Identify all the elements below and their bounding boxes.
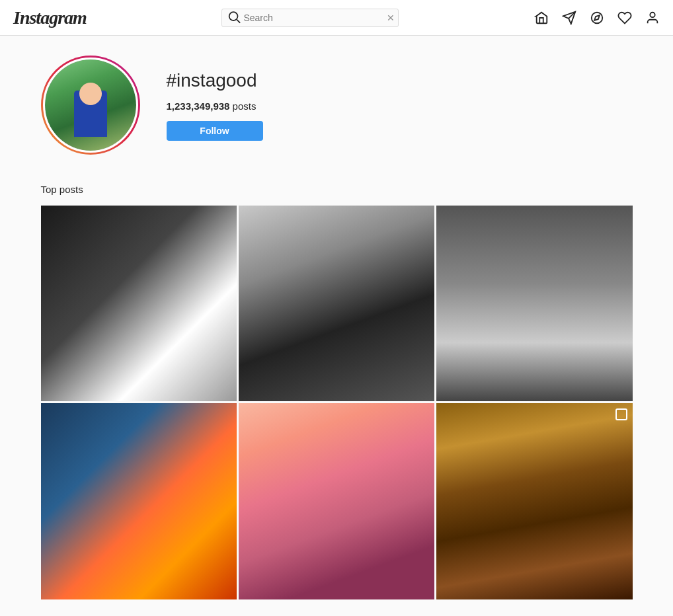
- heart-icon[interactable]: [617, 11, 632, 25]
- svg-marker-5: [594, 15, 600, 20]
- avatar: [45, 59, 136, 151]
- search-clear-icon[interactable]: ✕: [387, 13, 395, 23]
- post-count: 1,233,349,938: [167, 100, 230, 112]
- svg-point-4: [592, 12, 603, 23]
- search-container: ✕: [221, 9, 399, 27]
- send-icon[interactable]: [562, 11, 576, 25]
- header: Instagram ✕: [0, 0, 673, 36]
- post-multiple-badge: [615, 408, 627, 420]
- post-item[interactable]: [41, 206, 237, 401]
- post-item[interactable]: [239, 403, 434, 599]
- instagram-logo: Instagram: [13, 7, 87, 28]
- search-svg: [227, 9, 241, 24]
- search-input[interactable]: [221, 9, 399, 27]
- profile-hashtag: #instagood: [167, 70, 263, 91]
- profile-info: #instagood 1,233,349,938 posts Follow: [167, 70, 263, 141]
- avatar-inner: [43, 58, 138, 153]
- profile-stats: 1,233,349,938 posts: [167, 100, 263, 112]
- svg-line-1: [237, 19, 241, 22]
- post-label: posts: [233, 100, 257, 112]
- profile-header: #instagood 1,233,349,938 posts Follow: [41, 56, 633, 155]
- post-item[interactable]: [436, 206, 632, 401]
- top-posts-section: Top posts: [41, 184, 633, 599]
- avatar-ring: [41, 56, 140, 155]
- svg-point-6: [650, 12, 654, 17]
- home-icon[interactable]: [534, 11, 549, 25]
- posts-grid: [41, 206, 633, 599]
- post-item[interactable]: [436, 403, 632, 599]
- top-posts-label: Top posts: [41, 184, 633, 195]
- svg-point-0: [229, 12, 238, 20]
- compass-icon[interactable]: [590, 11, 604, 25]
- main-content: #instagood 1,233,349,938 posts Follow To…: [28, 56, 646, 599]
- profile-icon[interactable]: [645, 11, 660, 25]
- header-nav: [534, 11, 660, 25]
- follow-button[interactable]: Follow: [167, 121, 263, 141]
- post-item[interactable]: [41, 403, 237, 599]
- search-icon: [227, 9, 241, 26]
- post-item[interactable]: [239, 206, 434, 401]
